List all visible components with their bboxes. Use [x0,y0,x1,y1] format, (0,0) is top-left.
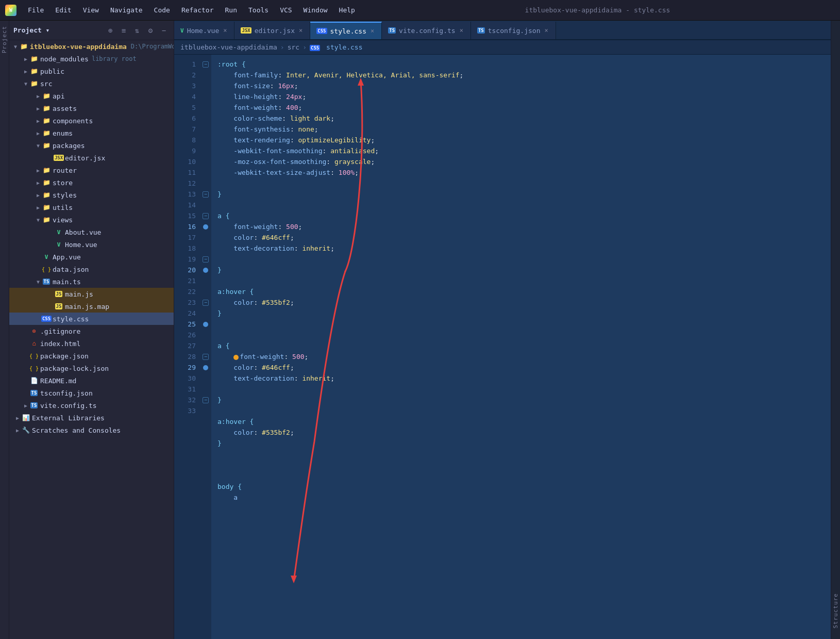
tree-item-store[interactable]: ▶ 📁 store [9,176,174,189]
menu-navigate[interactable]: Navigate [105,4,148,16]
tab-close-style-css[interactable]: × [369,26,375,36]
tab-tsconfig-json[interactable]: TS tsconfig.json × [471,22,556,39]
tab-vite-config[interactable]: TS vite.config.ts × [382,22,471,39]
fold-marker-13[interactable]: − [203,191,209,198]
tree-item-editor-jsx[interactable]: ▶ JSX editor.jsx [9,152,174,164]
breakpoint-marker-20[interactable] [203,268,208,273]
gutter-fold-13[interactable]: − [200,189,211,200]
tree-item-views[interactable]: ▼ 📁 views [9,214,174,226]
sidebar-content[interactable]: ▼ 📁 itbluebox-vue-appdidaima D:\ProgramW… [9,40,174,639]
tree-item-package-json[interactable]: ▶ { } package.json [9,350,174,362]
tab-icon-vite-config: TS [388,27,396,34]
tree-item-gitignore[interactable]: ▶ ⊗ .gitignore [9,325,174,337]
menu-edit[interactable]: Edit [50,4,76,16]
tree-item-main-ts[interactable]: ▼ TS main.ts [9,275,174,288]
tree-icon-views: 📁 [42,216,51,224]
tree-icon-src: 📁 [30,79,38,88]
tree-item-main-js-map[interactable]: ▶ JS main.js.map [9,300,174,313]
code-line-22: a:hover { [217,286,825,297]
fold-marker-28[interactable]: − [203,354,209,360]
tree-item-about-vue[interactable]: ▶ V About.vue [9,226,174,238]
gutter-fold-28[interactable]: − [200,351,211,362]
gutter-marker-29[interactable] [200,362,211,373]
menu-refactor[interactable]: Refactor [176,4,219,16]
menu-vcs[interactable]: VCS [275,4,297,16]
title-bar: W File Edit View Navigate Code Refactor … [0,0,840,21]
code-line-15: a { [217,210,825,221]
gutter-fold-15[interactable]: − [200,210,211,221]
gutter: − − − [200,55,211,639]
tab-style-css[interactable]: CSS style.css × [310,22,382,39]
breakpoint-marker-25[interactable] [203,322,208,327]
sidebar-icon-settings[interactable]: ⚙ [145,25,156,36]
tree-item-app-vue[interactable]: ▶ V App.vue [9,251,174,263]
tree-item-assets[interactable]: ▶ 📁 assets [9,102,174,114]
tree-arrow-comp: ▶ [34,117,42,125]
line-num-31: 31 [188,384,196,395]
tree-item-router[interactable]: ▶ 📁 router [9,164,174,176]
gutter-fold-1[interactable]: − [200,59,211,70]
gutter-marker-16[interactable] [200,221,211,232]
tree-item-data-json[interactable]: ▶ { } data.json [9,263,174,275]
code-line-14 [217,200,825,210]
tree-item-node_modules[interactable]: ▶ 📁 node_modules library root [9,53,174,65]
tab-home-vue[interactable]: V Home.vue × [174,22,234,39]
breadcrumb-project[interactable]: itbluebox-vue-appdidaima [180,43,277,51]
fold-marker-19[interactable]: − [203,256,209,263]
fold-marker-32[interactable]: − [203,397,209,403]
menu-view[interactable]: View [78,4,104,16]
sidebar-icon-locate[interactable]: ⊕ [105,25,116,36]
menu-help[interactable]: Help [334,4,360,16]
tree-item-readme[interactable]: ▶ 📄 README.md [9,374,174,387]
tab-editor-jsx[interactable]: JSX editor.jsx × [234,22,310,39]
line-num-8: 8 [192,135,196,145]
breakpoint-marker-16[interactable] [203,224,208,230]
tree-item-ext-libs[interactable]: ▶ 📊 External Libraries [9,412,174,424]
tab-icon-home-vue: V [180,27,184,34]
tree-item-components[interactable]: ▶ 📁 components [9,114,174,127]
gutter-fold-19[interactable]: − [200,254,211,265]
fold-marker-23[interactable]: − [203,300,209,306]
tree-item-root[interactable]: ▼ 📁 itbluebox-vue-appdidaima D:\ProgramW… [9,40,174,53]
tree-arrow-router: ▶ [34,166,42,174]
menu-run[interactable]: Run [220,4,242,16]
sidebar-icon-list[interactable]: ≡ [118,25,129,36]
tree-item-enums[interactable]: ▶ 📁 enums [9,127,174,139]
breakpoint-marker-29[interactable] [203,365,208,370]
tree-item-tsconfig[interactable]: ▶ TS tsconfig.json [9,387,174,399]
sidebar-icon-minimize[interactable]: − [158,25,170,36]
tree-item-utils[interactable]: ▶ 📁 utils [9,201,174,214]
tree-item-scratches[interactable]: ▶ 🔧 Scratches and Consoles [9,424,174,436]
sidebar-icon-fold[interactable]: ⇅ [131,25,143,36]
fold-marker-15[interactable]: − [203,213,209,219]
code-area[interactable]: :root { font-family: Inter, Avenir, Helv… [211,55,831,639]
tree-item-styles[interactable]: ▶ 📁 styles [9,189,174,201]
tab-close-home-vue[interactable]: × [222,26,228,35]
tree-item-vite-config[interactable]: ▶ TS vite.config.ts [9,399,174,412]
fold-marker-1[interactable]: − [203,61,209,68]
tree-item-src[interactable]: ▼ 📁 src [9,77,174,90]
breadcrumb-src[interactable]: src [288,43,299,51]
gutter-14 [200,200,211,210]
gutter-marker-25[interactable] [200,319,211,330]
menu-file[interactable]: File [23,4,49,16]
tab-close-tsconfig-json[interactable]: × [543,26,549,35]
menu-code[interactable]: Code [149,4,175,16]
tree-item-public[interactable]: ▶ 📁 public [9,65,174,77]
menu-tools[interactable]: Tools [243,4,274,16]
gutter-fold-32[interactable]: − [200,395,211,405]
tree-item-index-html[interactable]: ▶ ⌂ index.html [9,337,174,350]
tab-close-editor-jsx[interactable]: × [298,26,304,35]
tree-item-home-vue[interactable]: ▶ V Home.vue [9,238,174,251]
tree-item-package-lock-json[interactable]: ▶ { } package-lock.json [9,362,174,374]
tree-item-api[interactable]: ▶ 📁 api [9,90,174,102]
gutter-marker-20[interactable] [200,265,211,275]
tree-icon-tsconfig: TS [30,389,38,397]
menu-window[interactable]: Window [298,4,333,16]
tree-icon-readme: 📄 [30,376,38,385]
gutter-fold-23[interactable]: − [200,297,211,308]
tree-item-packages[interactable]: ▼ 📁 packages [9,139,174,152]
tree-item-style-css[interactable]: ▶ CSS style.css [9,313,174,325]
tree-item-main-js[interactable]: ▶ JS main.js [9,288,174,300]
tab-close-vite-config[interactable]: × [459,26,464,35]
